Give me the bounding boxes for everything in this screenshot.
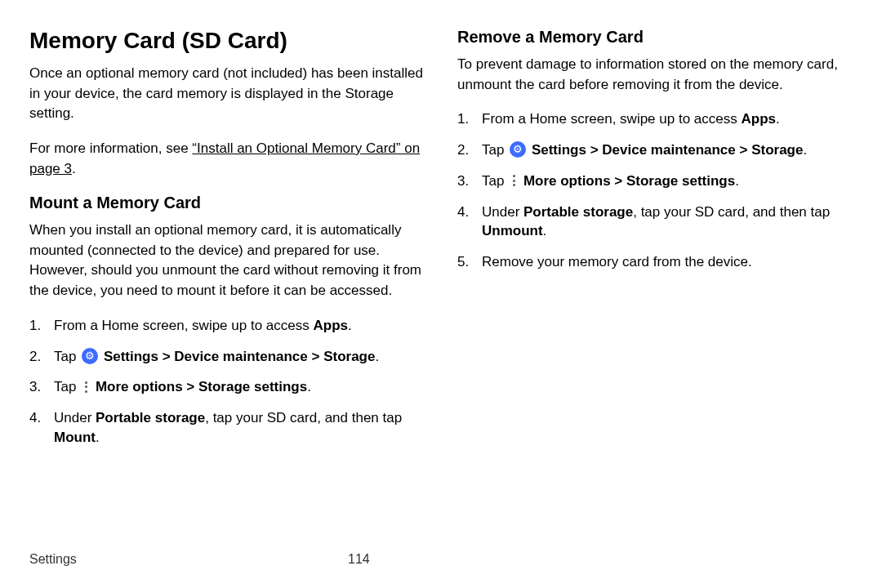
step-text: .	[307, 379, 311, 394]
step-text: Under	[54, 410, 96, 425]
step-num: 4.	[457, 203, 469, 222]
step-bold: Portable storage	[96, 410, 205, 425]
step-text: .	[348, 318, 352, 333]
step-text: .	[543, 223, 547, 238]
step-text: .	[735, 173, 739, 189]
step-bold: Storage	[751, 142, 803, 158]
step-3: 3. Tap More options > Storage settings.	[457, 172, 862, 191]
step-num: 1.	[457, 109, 469, 129]
step-bold: Mount	[54, 430, 96, 445]
step-text: Tap	[54, 349, 80, 364]
step-bold: >	[308, 349, 323, 364]
step-1: 1. From a Home screen, swipe up to acces…	[457, 109, 862, 129]
step-text: , tap your SD card, and then tap	[205, 410, 402, 425]
step-num: 4.	[29, 408, 41, 428]
moreinfo-post: .	[72, 161, 76, 176]
step-bold: Settings	[104, 349, 158, 364]
step-bold: >	[158, 349, 174, 364]
footer-section: Settings	[29, 552, 77, 566]
more-options-icon	[510, 173, 518, 188]
step-bold: Device maintenance	[602, 142, 735, 158]
step-text: From a Home screen, swipe up to access	[482, 111, 741, 127]
step-text: Tap	[482, 173, 508, 189]
step-bold: Portable storage	[523, 204, 633, 220]
step-bold: Storage settings	[198, 379, 307, 394]
step-num: 3.	[457, 172, 469, 191]
remove-steps: 1. From a Home screen, swipe up to acces…	[457, 109, 862, 272]
step-text: .	[375, 349, 379, 364]
step-text: .	[803, 142, 807, 158]
step-5: 5. Remove your memory card from the devi…	[457, 252, 862, 272]
step-text: From a Home screen, swipe up to access	[54, 318, 313, 333]
step-3: 3. Tap More options > Storage settings.	[29, 377, 434, 397]
step-bold: More options	[523, 173, 611, 189]
step-text: .	[776, 111, 780, 127]
step-text: Tap	[54, 379, 80, 394]
step-bold: Device maintenance	[174, 349, 307, 364]
mount-steps: 1. From a Home screen, swipe up to acces…	[29, 316, 434, 448]
remove-heading: Remove a Memory Card	[457, 28, 862, 47]
step-bold: Apps	[741, 111, 776, 127]
step-num: 3.	[29, 377, 41, 397]
step-bold: Settings	[532, 142, 586, 158]
step-bold: >	[736, 142, 751, 158]
step-text: , tap your SD card, and then tap	[633, 204, 830, 220]
intro-para: Once an optional memory card (not includ…	[29, 64, 434, 124]
step-bold: More options	[96, 379, 183, 394]
step-text: Tap	[482, 142, 508, 158]
remove-intro: To prevent damage to information stored …	[457, 55, 862, 95]
more-options-icon	[82, 379, 90, 394]
settings-gear-icon	[82, 348, 98, 364]
step-bold: Apps	[313, 318, 348, 333]
settings-gear-icon	[510, 141, 526, 158]
moreinfo-para: For more information, see “Install an Op…	[29, 139, 434, 179]
step-bold: Unmount	[482, 223, 543, 238]
step-num: 2.	[29, 347, 41, 367]
step-4: 4. Under Portable storage, tap your SD c…	[29, 408, 434, 448]
step-2: 2. Tap Settings > Device maintenance > S…	[29, 347, 434, 367]
left-column: Memory Card (SD Card) Once an optional m…	[29, 28, 434, 459]
step-text: Remove your memory card from the device.	[482, 254, 752, 270]
moreinfo-pre: For more information, see	[29, 140, 192, 156]
step-bold: Storage settings	[626, 173, 735, 189]
step-bold: >	[586, 142, 602, 158]
step-4: 4. Under Portable storage, tap your SD c…	[457, 203, 862, 242]
right-column: Remove a Memory Card To prevent damage t…	[457, 28, 862, 283]
step-2: 2. Tap Settings > Device maintenance > S…	[457, 140, 862, 160]
footer: Settings 114	[29, 552, 851, 567]
step-num: 5.	[457, 252, 469, 272]
step-text: .	[96, 430, 100, 445]
step-num: 2.	[457, 140, 469, 160]
step-bold: >	[183, 379, 198, 394]
mount-heading: Mount a Memory Card	[29, 194, 434, 212]
step-text: Under	[482, 204, 523, 220]
footer-page-number: 114	[348, 552, 370, 567]
mount-intro: When you install an optional memory card…	[29, 220, 434, 301]
step-bold: >	[611, 173, 626, 189]
step-1: 1. From a Home screen, swipe up to acces…	[29, 316, 434, 336]
step-bold: Storage	[323, 349, 375, 364]
page-title: Memory Card (SD Card)	[29, 28, 434, 54]
step-num: 1.	[29, 316, 41, 336]
